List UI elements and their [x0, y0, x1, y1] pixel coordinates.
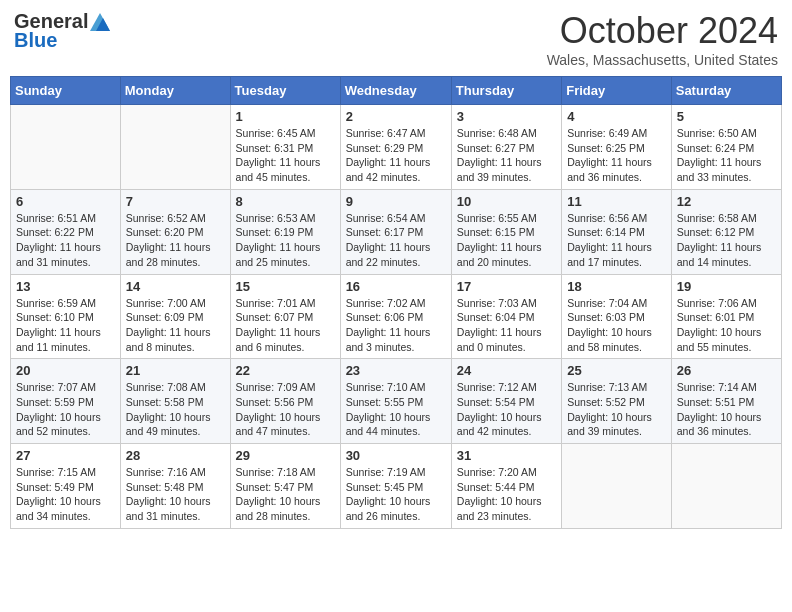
day-number: 22	[236, 363, 335, 378]
day-number: 11	[567, 194, 666, 209]
day-number: 9	[346, 194, 446, 209]
calendar-cell: 10Sunrise: 6:55 AM Sunset: 6:15 PM Dayli…	[451, 189, 561, 274]
weekday-header-tuesday: Tuesday	[230, 77, 340, 105]
day-info: Sunrise: 6:59 AM Sunset: 6:10 PM Dayligh…	[16, 296, 115, 355]
day-info: Sunrise: 7:09 AM Sunset: 5:56 PM Dayligh…	[236, 380, 335, 439]
calendar-week-2: 6Sunrise: 6:51 AM Sunset: 6:22 PM Daylig…	[11, 189, 782, 274]
day-number: 21	[126, 363, 225, 378]
day-number: 10	[457, 194, 556, 209]
day-number: 18	[567, 279, 666, 294]
day-info: Sunrise: 6:56 AM Sunset: 6:14 PM Dayligh…	[567, 211, 666, 270]
day-info: Sunrise: 6:51 AM Sunset: 6:22 PM Dayligh…	[16, 211, 115, 270]
day-info: Sunrise: 7:19 AM Sunset: 5:45 PM Dayligh…	[346, 465, 446, 524]
logo: General Blue	[14, 10, 110, 52]
logo-blue: Blue	[14, 29, 57, 52]
day-number: 8	[236, 194, 335, 209]
day-number: 6	[16, 194, 115, 209]
day-number: 3	[457, 109, 556, 124]
day-info: Sunrise: 7:12 AM Sunset: 5:54 PM Dayligh…	[457, 380, 556, 439]
logo-icon	[90, 13, 110, 31]
day-number: 2	[346, 109, 446, 124]
day-info: Sunrise: 6:54 AM Sunset: 6:17 PM Dayligh…	[346, 211, 446, 270]
day-info: Sunrise: 6:50 AM Sunset: 6:24 PM Dayligh…	[677, 126, 776, 185]
calendar-cell	[11, 105, 121, 190]
day-number: 14	[126, 279, 225, 294]
calendar-cell: 12Sunrise: 6:58 AM Sunset: 6:12 PM Dayli…	[671, 189, 781, 274]
calendar-cell: 23Sunrise: 7:10 AM Sunset: 5:55 PM Dayli…	[340, 359, 451, 444]
day-number: 17	[457, 279, 556, 294]
day-info: Sunrise: 7:15 AM Sunset: 5:49 PM Dayligh…	[16, 465, 115, 524]
day-info: Sunrise: 6:58 AM Sunset: 6:12 PM Dayligh…	[677, 211, 776, 270]
day-info: Sunrise: 7:10 AM Sunset: 5:55 PM Dayligh…	[346, 380, 446, 439]
day-info: Sunrise: 6:55 AM Sunset: 6:15 PM Dayligh…	[457, 211, 556, 270]
calendar-cell: 19Sunrise: 7:06 AM Sunset: 6:01 PM Dayli…	[671, 274, 781, 359]
day-number: 13	[16, 279, 115, 294]
weekday-header-sunday: Sunday	[11, 77, 121, 105]
calendar-cell: 14Sunrise: 7:00 AM Sunset: 6:09 PM Dayli…	[120, 274, 230, 359]
calendar-cell: 17Sunrise: 7:03 AM Sunset: 6:04 PM Dayli…	[451, 274, 561, 359]
calendar-cell: 22Sunrise: 7:09 AM Sunset: 5:56 PM Dayli…	[230, 359, 340, 444]
day-number: 7	[126, 194, 225, 209]
calendar-cell: 6Sunrise: 6:51 AM Sunset: 6:22 PM Daylig…	[11, 189, 121, 274]
calendar-cell: 7Sunrise: 6:52 AM Sunset: 6:20 PM Daylig…	[120, 189, 230, 274]
day-number: 16	[346, 279, 446, 294]
calendar-cell: 9Sunrise: 6:54 AM Sunset: 6:17 PM Daylig…	[340, 189, 451, 274]
calendar-cell: 18Sunrise: 7:04 AM Sunset: 6:03 PM Dayli…	[562, 274, 672, 359]
day-info: Sunrise: 6:48 AM Sunset: 6:27 PM Dayligh…	[457, 126, 556, 185]
weekday-header-thursday: Thursday	[451, 77, 561, 105]
day-info: Sunrise: 7:20 AM Sunset: 5:44 PM Dayligh…	[457, 465, 556, 524]
weekday-header-wednesday: Wednesday	[340, 77, 451, 105]
calendar-cell: 13Sunrise: 6:59 AM Sunset: 6:10 PM Dayli…	[11, 274, 121, 359]
day-number: 20	[16, 363, 115, 378]
calendar-cell: 28Sunrise: 7:16 AM Sunset: 5:48 PM Dayli…	[120, 444, 230, 529]
calendar-week-4: 20Sunrise: 7:07 AM Sunset: 5:59 PM Dayli…	[11, 359, 782, 444]
month-title: October 2024	[547, 10, 778, 52]
calendar-cell: 30Sunrise: 7:19 AM Sunset: 5:45 PM Dayli…	[340, 444, 451, 529]
page-header: General Blue October 2024 Wales, Massach…	[10, 10, 782, 68]
day-number: 31	[457, 448, 556, 463]
calendar-cell: 29Sunrise: 7:18 AM Sunset: 5:47 PM Dayli…	[230, 444, 340, 529]
calendar-cell: 1Sunrise: 6:45 AM Sunset: 6:31 PM Daylig…	[230, 105, 340, 190]
day-info: Sunrise: 6:49 AM Sunset: 6:25 PM Dayligh…	[567, 126, 666, 185]
weekday-header-saturday: Saturday	[671, 77, 781, 105]
day-number: 5	[677, 109, 776, 124]
calendar-cell: 16Sunrise: 7:02 AM Sunset: 6:06 PM Dayli…	[340, 274, 451, 359]
calendar-cell: 11Sunrise: 6:56 AM Sunset: 6:14 PM Dayli…	[562, 189, 672, 274]
day-number: 15	[236, 279, 335, 294]
title-block: October 2024 Wales, Massachusetts, Unite…	[547, 10, 778, 68]
day-info: Sunrise: 6:47 AM Sunset: 6:29 PM Dayligh…	[346, 126, 446, 185]
day-number: 19	[677, 279, 776, 294]
location-subtitle: Wales, Massachusetts, United States	[547, 52, 778, 68]
calendar-week-5: 27Sunrise: 7:15 AM Sunset: 5:49 PM Dayli…	[11, 444, 782, 529]
calendar-cell: 25Sunrise: 7:13 AM Sunset: 5:52 PM Dayli…	[562, 359, 672, 444]
calendar-cell: 15Sunrise: 7:01 AM Sunset: 6:07 PM Dayli…	[230, 274, 340, 359]
calendar-cell	[120, 105, 230, 190]
day-number: 29	[236, 448, 335, 463]
calendar-cell: 3Sunrise: 6:48 AM Sunset: 6:27 PM Daylig…	[451, 105, 561, 190]
calendar-cell: 21Sunrise: 7:08 AM Sunset: 5:58 PM Dayli…	[120, 359, 230, 444]
day-info: Sunrise: 7:03 AM Sunset: 6:04 PM Dayligh…	[457, 296, 556, 355]
calendar-week-3: 13Sunrise: 6:59 AM Sunset: 6:10 PM Dayli…	[11, 274, 782, 359]
calendar-cell: 27Sunrise: 7:15 AM Sunset: 5:49 PM Dayli…	[11, 444, 121, 529]
calendar-cell: 8Sunrise: 6:53 AM Sunset: 6:19 PM Daylig…	[230, 189, 340, 274]
day-info: Sunrise: 6:53 AM Sunset: 6:19 PM Dayligh…	[236, 211, 335, 270]
weekday-header-monday: Monday	[120, 77, 230, 105]
day-number: 28	[126, 448, 225, 463]
day-info: Sunrise: 7:14 AM Sunset: 5:51 PM Dayligh…	[677, 380, 776, 439]
day-number: 26	[677, 363, 776, 378]
day-info: Sunrise: 7:04 AM Sunset: 6:03 PM Dayligh…	[567, 296, 666, 355]
day-number: 4	[567, 109, 666, 124]
calendar-cell: 26Sunrise: 7:14 AM Sunset: 5:51 PM Dayli…	[671, 359, 781, 444]
calendar-cell	[671, 444, 781, 529]
day-number: 30	[346, 448, 446, 463]
day-number: 23	[346, 363, 446, 378]
day-info: Sunrise: 7:00 AM Sunset: 6:09 PM Dayligh…	[126, 296, 225, 355]
day-info: Sunrise: 7:13 AM Sunset: 5:52 PM Dayligh…	[567, 380, 666, 439]
calendar-cell: 5Sunrise: 6:50 AM Sunset: 6:24 PM Daylig…	[671, 105, 781, 190]
day-info: Sunrise: 7:01 AM Sunset: 6:07 PM Dayligh…	[236, 296, 335, 355]
calendar-cell: 2Sunrise: 6:47 AM Sunset: 6:29 PM Daylig…	[340, 105, 451, 190]
calendar-cell: 20Sunrise: 7:07 AM Sunset: 5:59 PM Dayli…	[11, 359, 121, 444]
day-number: 12	[677, 194, 776, 209]
day-info: Sunrise: 7:16 AM Sunset: 5:48 PM Dayligh…	[126, 465, 225, 524]
day-info: Sunrise: 6:52 AM Sunset: 6:20 PM Dayligh…	[126, 211, 225, 270]
